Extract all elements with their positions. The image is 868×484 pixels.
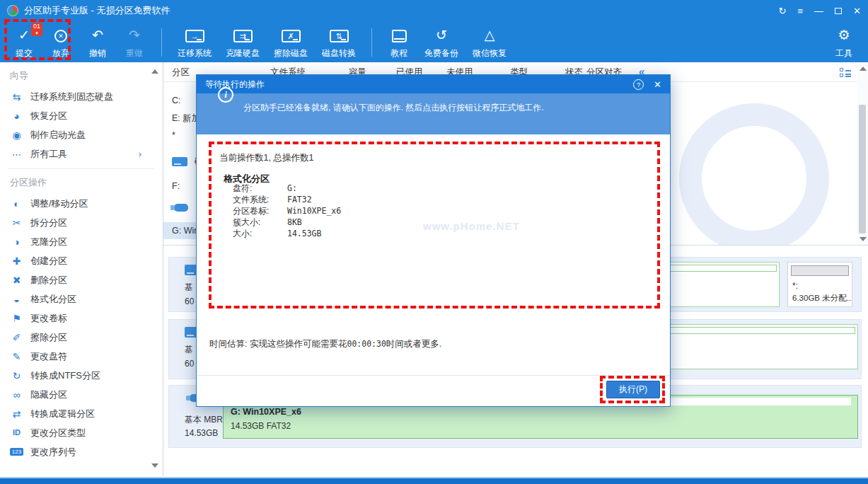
redo-icon: ↷ bbox=[129, 28, 140, 45]
scroll-up-icon[interactable] bbox=[860, 67, 867, 71]
app-logo-icon bbox=[7, 5, 18, 16]
field-value: 8KB bbox=[287, 217, 302, 227]
sidebar-item-all-tools[interactable]: ⋯ 所有工具 › bbox=[0, 144, 163, 163]
scroll-down-icon[interactable] bbox=[151, 463, 158, 468]
split-scissors-icon: ✂ bbox=[10, 218, 23, 228]
minimize-button[interactable]: — bbox=[814, 6, 823, 16]
sidebar-section-operations: 分区操作 bbox=[0, 169, 163, 194]
sidebar-item-resize-move[interactable]: ◐ 调整/移动分区 bbox=[0, 194, 163, 213]
field-key: 盘符: bbox=[233, 183, 252, 195]
wipe-disk-button[interactable]: ✗ 擦除磁盘 bbox=[267, 24, 315, 59]
partition-info: 14.53GB FAT32 bbox=[231, 421, 291, 431]
pending-count-badge[interactable]: 01▾ bbox=[31, 23, 42, 36]
id-icon: ID bbox=[10, 429, 23, 437]
sidebar-item-change-serial[interactable]: 123 更改序列号 bbox=[0, 442, 163, 461]
dialog-info-text: 分区助手已经准备就绪, 请确认下面的操作. 然后点击执行按钮让程序正式地工作. bbox=[243, 102, 544, 114]
field-key: 文件系统: bbox=[233, 194, 269, 206]
delete-trash-icon: ✖ bbox=[10, 275, 23, 285]
sidebar-section-wizard: 向导 bbox=[0, 62, 163, 87]
resize-move-icon: ◐ bbox=[10, 199, 23, 209]
scrollbar-thumb[interactable] bbox=[859, 105, 866, 234]
triangle-logo-icon: △ bbox=[485, 28, 495, 45]
discard-button[interactable]: ✕ 放弃 bbox=[42, 24, 79, 59]
migrate-ssd-icon: ⇆ bbox=[10, 92, 23, 102]
maximize-button[interactable] bbox=[835, 8, 842, 14]
title-bar: 分区助手专业版 - 无损分区免费软件 ↻ ≡ — ✕ bbox=[0, 0, 868, 21]
sidebar-item-create-partition[interactable]: ✚ 创建分区 bbox=[0, 251, 163, 270]
tutorial-button[interactable]: 教程 bbox=[381, 24, 417, 59]
undo-icon: ↶ bbox=[92, 28, 103, 45]
free-backup-button[interactable]: ↺ 免费备份 bbox=[417, 24, 465, 59]
refresh-icon[interactable]: ↻ bbox=[779, 6, 787, 16]
check-icon: ✓ bbox=[18, 28, 30, 45]
sidebar-item-change-drive-letter[interactable]: ✎ 更改盘符 bbox=[0, 347, 163, 366]
sidebar-item-change-partition-type[interactable]: ID 更改分区类型 bbox=[0, 423, 163, 442]
window-bottom-bar bbox=[0, 477, 868, 484]
chevron-right-icon: › bbox=[139, 149, 141, 159]
field-key: 分区卷标: bbox=[233, 205, 269, 217]
dialog-footer-divider bbox=[197, 375, 670, 376]
time-estimate-text: 时间估算: 实现这些操作可能需要花00:00:30时间或者更多. bbox=[209, 338, 441, 350]
main-scrollbar[interactable] bbox=[857, 62, 868, 246]
create-plus-icon: ✚ bbox=[10, 256, 23, 266]
hdd-icon bbox=[172, 157, 187, 166]
tools-button[interactable]: ⚙ 工具 bbox=[826, 24, 862, 59]
wipe-drive-icon: ✗ bbox=[282, 30, 301, 42]
info-icon: i bbox=[218, 87, 233, 103]
sidebar-item-hide-partition[interactable]: ∞ 隐藏分区 bbox=[0, 385, 163, 404]
scroll-up-icon[interactable] bbox=[151, 69, 158, 74]
submit-button[interactable]: ✓ 01▾ 提交 bbox=[6, 24, 42, 59]
book-icon bbox=[392, 30, 407, 42]
execute-button[interactable]: 执行(P) bbox=[606, 381, 660, 398]
clone-disk-button[interactable]: ⇉ 克隆硬盘 bbox=[219, 24, 267, 59]
serial-123-icon: 123 bbox=[10, 448, 23, 456]
dialog-header[interactable]: 等待执行的操作 ? ✕ bbox=[197, 75, 670, 93]
badge-dropdown-icon: ▾ bbox=[35, 30, 38, 36]
format-icon: ◒ bbox=[10, 294, 23, 304]
help-icon[interactable]: ? bbox=[633, 79, 644, 90]
operation-count-text: 当前操作数1, 总操作数1 bbox=[219, 152, 313, 164]
scroll-down-icon[interactable] bbox=[860, 237, 867, 241]
wechat-recovery-button[interactable]: △ 微信恢复 bbox=[465, 24, 514, 59]
sidebar-item-wipe-partition[interactable]: ✐ 擦除分区 bbox=[0, 328, 163, 347]
boot-cd-icon: ◉ bbox=[10, 130, 23, 140]
dialog-close-button[interactable]: ✕ bbox=[654, 80, 661, 89]
sidebar: 向导 ⇆ 迁移系统到固态硬盘 ◕ 恢复分区 ◉ 制作启动光盘 ⋯ 所有工具 › … bbox=[0, 62, 163, 476]
sidebar-item-recover-partition[interactable]: ◕ 恢复分区 bbox=[0, 106, 163, 125]
layout-toggle-icon[interactable] bbox=[840, 68, 851, 78]
menu-icon[interactable]: ≡ bbox=[798, 6, 804, 16]
migrate-drive-icon: → bbox=[185, 30, 204, 42]
disk-convert-button[interactable]: ⇅ 磁盘转换 bbox=[315, 24, 363, 59]
sidebar-item-delete-partition[interactable]: ✖ 删除分区 bbox=[0, 270, 163, 289]
pending-operations-dialog: 等待执行的操作 ? ✕ i 分区助手已经准备就绪, 请确认下面的操作. 然后点击… bbox=[196, 74, 671, 407]
field-value: 14.53GB bbox=[287, 229, 321, 238]
sidebar-item-convert-ntfs[interactable]: ↻ 转换成NTFS分区 bbox=[0, 366, 163, 385]
field-value: Win10XPE_x6 bbox=[287, 206, 341, 216]
unallocated-bar bbox=[791, 265, 849, 276]
sidebar-item-format-partition[interactable]: ◒ 格式化分区 bbox=[0, 289, 163, 309]
convert-drive-icon: ⇅ bbox=[330, 30, 349, 42]
field-value: G: bbox=[287, 183, 297, 193]
cancel-circle-icon: ✕ bbox=[54, 30, 67, 42]
usb-drive-icon bbox=[174, 204, 188, 212]
label-tag-icon: ⚑ bbox=[10, 313, 23, 323]
field-value: FAT32 bbox=[287, 195, 312, 204]
partition-label: G: Win10XPE_x6 bbox=[231, 407, 301, 417]
migrate-system-button[interactable]: → 迁移系统 bbox=[170, 24, 219, 59]
recover-pie-icon: ◕ bbox=[10, 111, 23, 121]
clone-drive-icon: ⇉ bbox=[233, 30, 253, 42]
redo-button: ↷ 重做 bbox=[116, 24, 153, 59]
sidebar-item-split[interactable]: ✂ 拆分分区 bbox=[0, 213, 163, 232]
sidebar-item-clone-partition[interactable]: ◑ 克隆分区 bbox=[0, 232, 163, 251]
wipe-brush-icon: ✐ bbox=[10, 333, 23, 342]
sidebar-item-change-label[interactable]: ⚑ 更改卷标 bbox=[0, 309, 163, 328]
dialog-info-banner bbox=[197, 93, 670, 134]
sidebar-scrollbar[interactable] bbox=[149, 62, 160, 476]
watermark-text: www.pHome.NET bbox=[423, 220, 520, 232]
disk1-unallocated-block[interactable]: *: 6.30GB 未分配... bbox=[787, 262, 852, 307]
sidebar-item-migrate-to-ssd[interactable]: ⇆ 迁移系统到固态硬盘 bbox=[0, 87, 163, 106]
sidebar-item-convert-logical[interactable]: ⇄ 转换成逻辑分区 bbox=[0, 404, 163, 423]
close-button[interactable]: ✕ bbox=[853, 6, 861, 16]
undo-button[interactable]: ↶ 撤销 bbox=[79, 24, 116, 59]
sidebar-item-make-boot-cd[interactable]: ◉ 制作启动光盘 bbox=[0, 125, 163, 144]
